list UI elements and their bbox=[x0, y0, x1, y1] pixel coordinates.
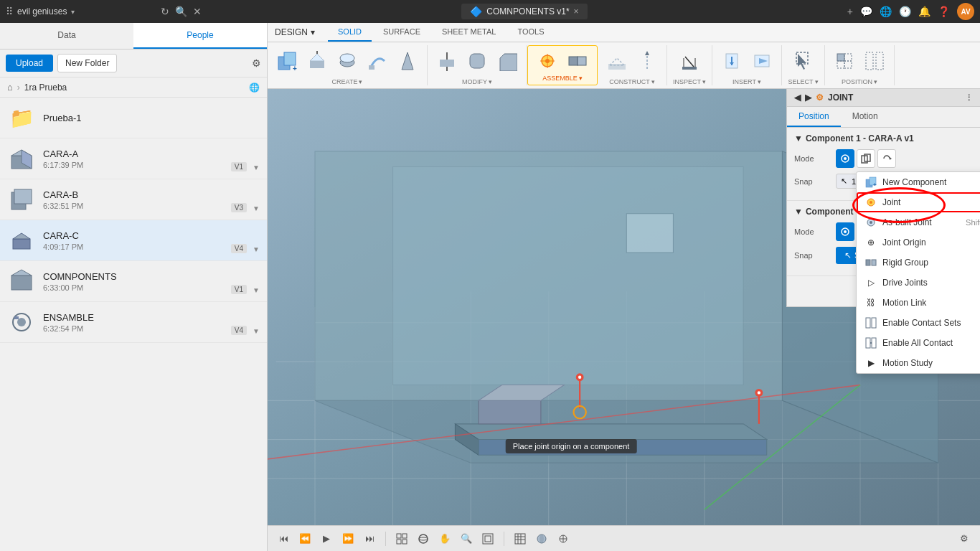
svg-rect-109 bbox=[872, 338, 876, 348]
tab-people[interactable]: People bbox=[133, 23, 267, 49]
list-item[interactable]: CARA-B 6:32:51 PM V3 ▼ bbox=[0, 179, 267, 220]
bell-icon[interactable]: 🔔 bbox=[918, 6, 930, 17]
insert2-btn[interactable] bbox=[748, 49, 776, 73]
playback-prev-btn[interactable]: ⏪ bbox=[296, 530, 314, 547]
joint-btn[interactable] bbox=[534, 49, 561, 73]
help-icon[interactable]: ❓ bbox=[938, 6, 950, 17]
loft-btn[interactable] bbox=[394, 49, 421, 73]
viewport[interactable]: Z FRONT RIGHT BACK LEFT Place joint orig… bbox=[268, 89, 980, 525]
search-icon[interactable]: 🔍 bbox=[175, 6, 187, 17]
revolve-btn[interactable] bbox=[334, 49, 361, 73]
measure-btn[interactable] bbox=[676, 49, 703, 73]
component1-header[interactable]: ▼ Component 1 - CARA-A v1 bbox=[794, 133, 973, 143]
mode-btn-1-rotate[interactable] bbox=[877, 149, 896, 168]
select-label[interactable]: SELECT▾ bbox=[788, 78, 819, 85]
position-label[interactable]: POSITION▾ bbox=[842, 78, 877, 85]
dropdown-as-built-joint[interactable]: As-built Joint Shift+J bbox=[857, 212, 980, 232]
dropdown-rigid-group[interactable]: Rigid Group bbox=[857, 253, 980, 273]
select-tool-btn[interactable] bbox=[790, 49, 817, 73]
press-pull-btn[interactable] bbox=[433, 49, 461, 73]
version-arrow[interactable]: ▼ bbox=[253, 327, 260, 335]
dropdown-motion-link[interactable]: ⛓ Motion Link bbox=[857, 293, 980, 313]
group-position: POSITION▾ bbox=[825, 45, 895, 85]
view-display-btn[interactable] bbox=[512, 530, 529, 547]
app-dropdown-arrow[interactable]: ▾ bbox=[71, 8, 75, 16]
tab-data[interactable]: Data bbox=[0, 23, 133, 49]
joint-panel-more-icon[interactable]: ⋮ bbox=[965, 93, 973, 103]
list-item[interactable]: ENSAMBLE 6:32:54 PM V4 ▼ bbox=[0, 302, 267, 343]
chat-icon[interactable]: 💬 bbox=[860, 6, 872, 17]
dropdown-joint[interactable]: Joint J bbox=[857, 192, 980, 212]
settings-icon[interactable]: ⚙ bbox=[252, 57, 261, 69]
new-component-btn[interactable]: + bbox=[273, 49, 301, 73]
dropdown-enable-all-contact[interactable]: Enable All Contact bbox=[857, 333, 980, 353]
joint-panel-expand-icon[interactable]: ▶ bbox=[805, 93, 811, 103]
dropdown-new-component[interactable]: + New Component bbox=[857, 172, 980, 192]
tab-sheet-metal[interactable]: SHEET METAL bbox=[432, 23, 506, 42]
joint-panel-collapse-icon[interactable]: ◀ bbox=[794, 93, 801, 103]
playback-play-btn[interactable]: ▶ bbox=[318, 530, 335, 547]
bottom-settings-btn[interactable]: ⚙ bbox=[956, 530, 973, 547]
list-item[interactable]: CARA-A 6:17:39 PM V1 ▼ bbox=[0, 138, 267, 179]
insert-label[interactable]: INSERT▾ bbox=[732, 78, 761, 85]
extrude-btn[interactable] bbox=[303, 49, 331, 73]
pos2-btn[interactable] bbox=[861, 49, 888, 73]
insert-btn[interactable] bbox=[718, 49, 745, 73]
playback-start-btn[interactable]: ⏮ bbox=[275, 530, 292, 547]
group-modify: MODIFY▾ bbox=[428, 45, 527, 85]
version-arrow[interactable]: ▼ bbox=[253, 286, 260, 294]
version-arrow[interactable]: ▼ bbox=[253, 164, 260, 171]
view-fit-btn[interactable] bbox=[479, 530, 496, 547]
dropdown-enable-contact-sets[interactable]: Enable Contact Sets bbox=[857, 313, 980, 333]
version-arrow[interactable]: ▼ bbox=[253, 204, 260, 212]
view-enviro-btn[interactable] bbox=[555, 530, 572, 547]
axis-btn[interactable] bbox=[633, 49, 661, 73]
joint-tab-position[interactable]: Position bbox=[787, 107, 841, 127]
assemble-label[interactable]: ASSEMBLE▾ bbox=[542, 75, 583, 82]
construct-label[interactable]: CONSTRUCT▾ bbox=[609, 78, 655, 85]
refresh-icon[interactable]: ↻ bbox=[161, 6, 169, 17]
view-zoom-btn[interactable]: 🔍 bbox=[458, 530, 475, 547]
dropdown-motion-study[interactable]: ▶ Motion Study bbox=[857, 353, 980, 373]
upload-button[interactable]: Upload bbox=[6, 55, 53, 72]
create-label[interactable]: CREATE▾ bbox=[332, 78, 363, 85]
clock-icon[interactable]: 🕐 bbox=[899, 6, 911, 17]
sweep-btn[interactable] bbox=[364, 49, 391, 73]
dropdown-joint-origin[interactable]: ⊕ Joint Origin bbox=[857, 232, 980, 253]
playback-end-btn[interactable]: ⏭ bbox=[361, 530, 378, 547]
view-grid-btn[interactable] bbox=[393, 530, 410, 547]
mode-btn-1-copy[interactable] bbox=[857, 149, 875, 168]
tab-surface[interactable]: SURFACE bbox=[373, 23, 430, 42]
breadcrumb-home[interactable]: ⌂ bbox=[7, 82, 13, 93]
tab-tools[interactable]: TOOLS bbox=[507, 23, 554, 42]
mode-btn-1-capture[interactable] bbox=[836, 149, 854, 168]
list-item[interactable]: 📁 Prueba-1 bbox=[0, 98, 267, 138]
modify-label[interactable]: MODIFY▾ bbox=[462, 78, 492, 85]
fillet-btn[interactable] bbox=[463, 49, 491, 73]
dropdown-drive-joints[interactable]: ▷ Drive Joints bbox=[857, 273, 980, 293]
design-dropdown[interactable]: DESIGN ▾ bbox=[268, 23, 322, 42]
joint-tab-motion[interactable]: Motion bbox=[841, 107, 890, 127]
network-icon[interactable]: 🌐 bbox=[880, 6, 892, 17]
version-arrow[interactable]: ▼ bbox=[253, 245, 260, 253]
playback-next-btn[interactable]: ⏩ bbox=[339, 530, 357, 547]
pos1-btn[interactable] bbox=[831, 49, 858, 73]
add-tab-btn[interactable]: + bbox=[847, 6, 853, 17]
list-item[interactable]: COMNPONENTS 6:33:00 PM V1 ▼ bbox=[0, 261, 267, 302]
close-icon[interactable]: ✕ bbox=[193, 6, 202, 17]
avatar[interactable]: AV bbox=[957, 3, 974, 20]
list-item[interactable]: CARA-C 4:09:17 PM V4 ▼ bbox=[0, 220, 267, 261]
view-visual-btn[interactable] bbox=[533, 530, 550, 547]
breadcrumb-globe-icon[interactable]: 🌐 bbox=[249, 83, 260, 93]
view-orbit-btn[interactable] bbox=[415, 530, 432, 547]
plane-btn[interactable] bbox=[603, 49, 631, 73]
rigid-btn[interactable] bbox=[564, 49, 591, 73]
chamfer-btn[interactable] bbox=[494, 49, 521, 73]
new-folder-button[interactable]: New Folder bbox=[57, 54, 117, 72]
doc-close-btn[interactable]: × bbox=[574, 6, 579, 17]
view-pan-btn[interactable]: ✋ bbox=[436, 530, 453, 547]
inspect-label[interactable]: INSPECT▾ bbox=[673, 78, 706, 85]
tab-solid[interactable]: SOLID bbox=[328, 23, 372, 42]
svg-rect-7 bbox=[11, 276, 32, 290]
mode-btn-2-capture[interactable] bbox=[836, 222, 854, 241]
